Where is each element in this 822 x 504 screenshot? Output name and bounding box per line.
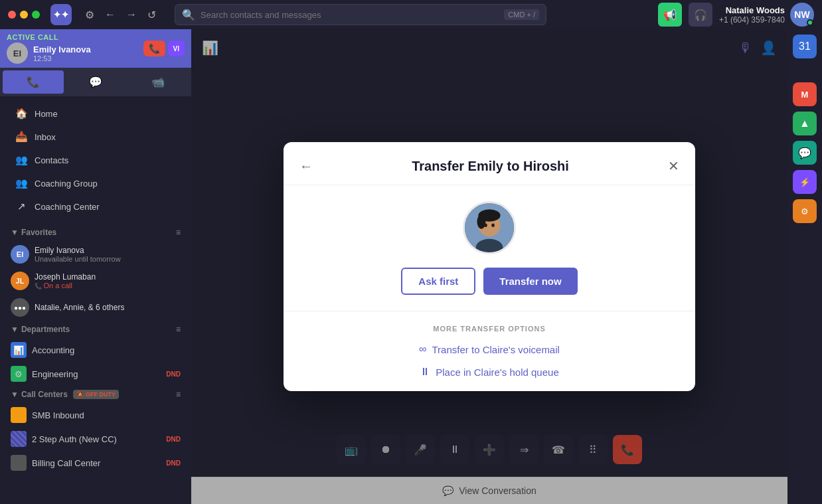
bell-off-icon: 🔕 (76, 391, 84, 398)
inbox-icon: 📥 (15, 131, 28, 143)
billing-icon (11, 455, 27, 471)
search-shortcut: CMD + / (504, 9, 539, 20)
end-call-button[interactable]: 📞 (143, 41, 165, 56)
cc-2step[interactable]: 2 Step Auth (New CC) DND (0, 427, 191, 451)
multi-info: Natalie, Annie, & 6 others (35, 303, 181, 312)
nav-section: 🏠 Home 📥 Inbox 👥 Contacts 👥 Coaching Gro… (0, 96, 191, 224)
header-right: 📢 🎧 Natalie Woods +1 (604) 359-7840 NW (658, 3, 814, 27)
caller-name: Emily Ivanova (33, 44, 91, 54)
nav-coaching-group-label: Coaching Group (35, 179, 98, 189)
call-centers-edit-icon[interactable]: ≡ (176, 390, 181, 399)
2step-icon (11, 431, 27, 447)
back-button[interactable]: ← (102, 6, 118, 23)
transfer-now-button[interactable]: Transfer now (483, 268, 577, 295)
multi-name: Natalie, Annie, & 6 others (35, 303, 181, 312)
call-timer: 12:53 (33, 54, 91, 62)
nav-coaching-center[interactable]: ↗ Coaching Center (4, 195, 187, 218)
favorites-edit-icon[interactable]: ≡ (176, 228, 181, 237)
departments-header[interactable]: ▼ Departments ≡ (0, 321, 191, 338)
hold-queue-option[interactable]: ⏸ Place in Claire's hold queue (420, 366, 558, 378)
voicemail-label: Transfer to Claire's voicemail (432, 344, 560, 355)
forward-button[interactable]: → (123, 6, 139, 23)
favorite-multi[interactable]: ●●● Natalie, Annie, & 6 others (0, 294, 191, 321)
coaching-group-icon: 👥 (15, 177, 28, 189)
hold-label: Place in Claire's hold queue (436, 367, 558, 378)
chat-icon[interactable]: 💬 (793, 141, 817, 165)
maximize-button[interactable] (32, 11, 40, 19)
vi-button[interactable]: VI (168, 41, 185, 56)
modal-header: ← Transfer Emily to Hiroshi ✕ (284, 142, 695, 185)
drive-icon[interactable]: ▲ (793, 112, 817, 135)
sidebar: Active Call EI Emily Ivanova 12:53 📞 VI … (0, 29, 191, 504)
favorite-emily[interactable]: EI Emily Ivanova Unavailable until tomor… (0, 241, 191, 268)
settings-button[interactable]: ⚙ (82, 6, 97, 24)
accounting-icon: 📊 (11, 342, 27, 358)
search-bar[interactable]: 🔍 CMD + / (175, 4, 546, 25)
close-button[interactable] (8, 11, 16, 19)
2step-dnd: DND (166, 436, 181, 443)
modal-overlay: ← Transfer Emily to Hiroshi ✕ (191, 29, 787, 504)
megaphone-button[interactable]: 📢 (658, 3, 682, 27)
favorites-header[interactable]: ▼ Favorites ≡ (0, 224, 191, 241)
svg-point-5 (484, 224, 487, 228)
accounting-label: Accounting (32, 345, 74, 355)
contacts-icon: 👥 (15, 154, 28, 166)
transfer-modal: ← Transfer Emily to Hiroshi ✕ (284, 142, 695, 391)
departments-edit-icon[interactable]: ≡ (176, 325, 181, 334)
nav-home[interactable]: 🏠 Home (4, 102, 187, 125)
content-area: 📊 🎙 👤 ← Transfer Emily to Hiroshi ✕ (191, 29, 787, 504)
call-centers-header[interactable]: ▼ Call Centers 🔕 OFF DUTY ≡ (0, 386, 191, 403)
modal-actions: Ask first Transfer now (401, 268, 577, 295)
search-input[interactable] (201, 10, 499, 20)
call-tab-chat[interactable]: 💬 (65, 70, 126, 94)
voicemail-icon: ∞ (419, 343, 426, 355)
minimize-button[interactable] (20, 11, 28, 19)
modal-title: Transfer Emily to Hiroshi (313, 159, 668, 174)
more-options-label: MORE TRANSFER OPTIONS (433, 325, 546, 333)
nav-inbox[interactable]: 📥 Inbox (4, 126, 187, 148)
2step-label: 2 Step Auth (New CC) (32, 434, 117, 444)
nav-controls: ⚙ ← → ↺ (82, 6, 159, 24)
nav-home-label: Home (35, 109, 58, 119)
multi-avatar: ●●● (11, 298, 29, 317)
caller-avatar: EI (7, 42, 28, 64)
joseph-name: Joseph Lumaban (35, 272, 181, 282)
favorite-joseph[interactable]: JL Joseph Lumaban On a call (0, 268, 191, 294)
favorites-label: Favorites (21, 228, 56, 237)
coaching-center-icon: ↗ (15, 201, 28, 212)
avatar[interactable]: NW (790, 3, 814, 27)
dept-engineering[interactable]: ⚙ Engineering DND (0, 362, 191, 386)
svg-point-4 (477, 214, 486, 229)
modal-close-button[interactable]: ✕ (668, 158, 679, 174)
nav-contacts[interactable]: 👥 Contacts (4, 149, 187, 171)
call-tab-phone[interactable]: 📞 (3, 70, 64, 94)
billing-label: Billing Call Center (32, 458, 100, 468)
active-call-label: Active Call (7, 33, 91, 41)
dept-accounting[interactable]: 📊 Accounting (0, 338, 191, 362)
nav-coaching-center-label: Coaching Center (35, 202, 100, 212)
transfer-voicemail-option[interactable]: ∞ Transfer to Claire's voicemail (419, 343, 560, 355)
cc-billing[interactable]: Billing Call Center DND (0, 451, 191, 475)
hiroshi-avatar (463, 201, 516, 254)
engineering-icon: ⚙ (11, 366, 27, 382)
refresh-button[interactable]: ↺ (145, 6, 159, 24)
gmail-icon[interactable]: M (793, 82, 817, 106)
emily-info: Emily Ivanova Unavailable until tomorrow (35, 246, 181, 263)
calendar-icon[interactable]: 31 (793, 35, 817, 58)
main-layout: Active Call EI Emily Ivanova 12:53 📞 VI … (0, 29, 822, 504)
zendesk-icon[interactable]: ⚡ (793, 170, 817, 194)
cc-smb[interactable]: SMB Inbound (0, 403, 191, 427)
call-tabs: 📞 💬 📹 (0, 68, 191, 96)
ask-first-button[interactable]: Ask first (401, 268, 475, 295)
modal-back-button[interactable]: ← (299, 159, 313, 174)
modal-body: Ask first Transfer now (284, 185, 695, 311)
call-tab-video[interactable]: 📹 (127, 70, 189, 94)
call-centers-status: OFF DUTY (86, 391, 116, 398)
online-badge (807, 19, 813, 26)
call-centers-label: Call Centers (21, 390, 68, 399)
headset-button[interactable]: 🎧 (689, 3, 712, 27)
modal-more-options: MORE TRANSFER OPTIONS ∞ Transfer to Clai… (284, 311, 695, 391)
nav-contacts-label: Contacts (35, 155, 68, 165)
hubspot-icon[interactable]: ⚙ (793, 199, 817, 223)
nav-coaching-group[interactable]: 👥 Coaching Group (4, 172, 187, 195)
